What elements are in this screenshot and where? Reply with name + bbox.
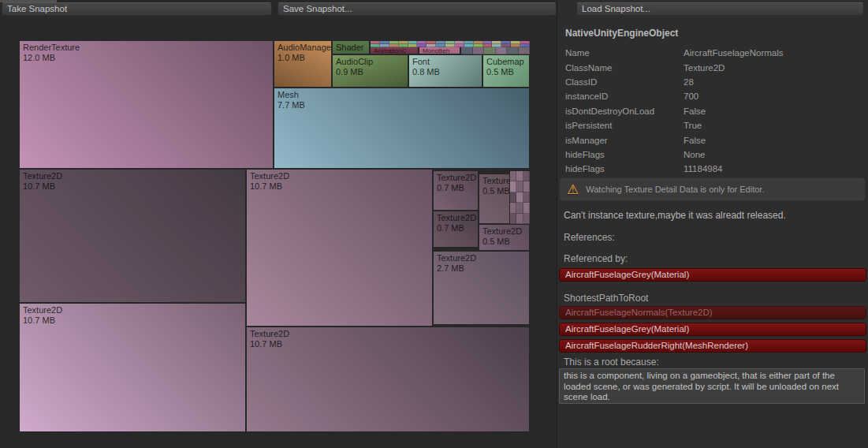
treemap-block-audioclip[interactable]: AudioClip0.9 MB xyxy=(333,55,408,88)
treemap-mosaic-cell[interactable] xyxy=(417,44,427,47)
treemap-mosaic-cell[interactable] xyxy=(510,203,516,213)
property-key: ClassID xyxy=(565,77,684,87)
treemap-mosaic-top-strip[interactable] xyxy=(371,41,530,47)
treemap-block-shader[interactable]: Shader xyxy=(333,41,370,54)
treemap-mosaic-cell[interactable] xyxy=(399,44,408,47)
treemap-block-size: 12.0 MB xyxy=(23,53,273,63)
treemap-block-label: Texture2D xyxy=(482,176,509,186)
treemap-mosaic-cell[interactable] xyxy=(371,44,380,47)
treemap-mosaic-cell[interactable] xyxy=(510,171,516,181)
treemap-mosaic-cell[interactable] xyxy=(427,44,436,47)
referenced-by-label: Referenced by: xyxy=(564,253,628,264)
treemap-mosaic-cell[interactable] xyxy=(507,47,519,54)
treemap-block-font[interactable]: Font0.8 MB xyxy=(409,55,482,88)
treemap-block-animationclip[interactable]: AnimationC xyxy=(371,47,419,54)
treemap-mosaic-cell[interactable] xyxy=(510,181,516,192)
treemap-mosaic-cell[interactable] xyxy=(436,44,445,47)
property-table: NameAircraftFuselageNormalsClassNameText… xyxy=(565,46,862,177)
treemap-mosaic-cell[interactable] xyxy=(484,47,496,54)
treemap-mosaic-cell[interactable] xyxy=(510,192,516,203)
warning-text: Watching Texture Detail Data is only for… xyxy=(586,185,764,194)
inspector-panel: NativeUnityEngineObject NameAircraftFuse… xyxy=(557,0,868,448)
treemap-mosaic-cell[interactable] xyxy=(523,192,530,203)
treemap-mosaic-cell[interactable] xyxy=(523,203,530,213)
reference-bar[interactable]: AircraftFuselageRudderRight(MeshRenderer… xyxy=(559,339,866,353)
treemap-mosaic-cell[interactable] xyxy=(380,44,389,47)
treemap-mosaic-cell[interactable] xyxy=(516,171,523,181)
treemap-block-label: Texture2D xyxy=(23,171,245,181)
treemap-block-texture2d-1[interactable]: Texture2D10.7 MB xyxy=(20,170,246,303)
treemap-mosaic-cell[interactable] xyxy=(523,171,530,181)
treemap-block-label: Cubemap xyxy=(486,57,529,67)
warning-icon: ⚠ xyxy=(567,183,579,196)
treemap-block-size: 0.5 MB xyxy=(486,67,529,77)
property-row: instanceID700 xyxy=(565,89,862,103)
treemap-mosaic-cell[interactable] xyxy=(523,214,530,224)
treemap-mosaic-cell[interactable] xyxy=(523,181,530,192)
treemap-mosaic-cell[interactable] xyxy=(389,44,399,47)
treemap-block-label: Texture2D xyxy=(23,305,245,315)
treemap-block-monobehaviour[interactable]: MonoBeh xyxy=(419,47,460,54)
property-row: hideFlags11184984 xyxy=(565,162,862,176)
treemap-mosaic-cell[interactable] xyxy=(519,47,531,54)
treemap-block-size: 10.7 MB xyxy=(23,315,245,326)
treemap-block-texture2d-27[interactable]: Texture2D2.7 MB xyxy=(434,252,530,325)
treemap-block-size: 7.7 MB xyxy=(278,100,529,110)
property-value: 700 xyxy=(684,91,698,101)
property-value: False xyxy=(684,136,706,145)
treemap-mosaic-cell[interactable] xyxy=(473,47,485,54)
treemap-block-size: 0.7 MB xyxy=(437,223,478,233)
treemap-mosaic-cell[interactable] xyxy=(445,44,455,47)
reference-bar[interactable]: AircraftFuselageGrey(Material) xyxy=(559,323,866,336)
treemap-block-label: MonoBeh xyxy=(423,47,460,54)
treemap-mosaic-cell[interactable] xyxy=(408,44,418,47)
treemap-block-texture2d-4[interactable]: Texture2D10.7 MB xyxy=(247,327,530,432)
treemap-block-label: AudioManager xyxy=(278,43,331,53)
treemap-block-rendertexture[interactable]: RenderTexture12.0 MB xyxy=(20,41,274,169)
treemap-block-label: Texture2D xyxy=(437,173,478,183)
treemap-mosaic-cell[interactable] xyxy=(496,47,508,54)
load-snapshot-button[interactable]: Load Snapshot... xyxy=(576,2,864,16)
treemap-mosaic-cell[interactable] xyxy=(461,47,473,54)
property-key: Name xyxy=(565,48,684,58)
treemap-block-label: Mesh xyxy=(278,90,529,100)
property-value: False xyxy=(684,106,706,116)
save-snapshot-button[interactable]: Save Snapshot... xyxy=(278,2,557,16)
treemap-block-size: 0.5 MB xyxy=(482,186,509,196)
treemap-block-texture2d-07a[interactable]: Texture2D0.7 MB xyxy=(434,171,479,211)
treemap-block-size: 0.9 MB xyxy=(336,67,408,77)
treemap-block-audiomanager[interactable]: AudioManager1.0 MB xyxy=(274,41,332,88)
treemap-block-mesh[interactable]: Mesh7.7 MB xyxy=(274,88,530,169)
treemap-block-label: Shader xyxy=(336,43,369,53)
treemap-block-label: Texture2D xyxy=(250,329,529,339)
treemap-block-label: Texture2D xyxy=(250,171,432,181)
warning-box: ⚠ Watching Texture Detail Data is only f… xyxy=(559,177,866,201)
treemap-mosaic-cell[interactable] xyxy=(516,192,523,203)
treemap-block-texture2d-05a[interactable]: Texture2D0.5 MB xyxy=(479,174,510,224)
treemap-block-label: AnimationC xyxy=(374,47,418,54)
treemap-mosaic-mid-strip[interactable] xyxy=(461,47,530,54)
treemap-block-texture2d-05b[interactable]: Texture2D0.5 MB xyxy=(479,225,530,251)
property-row: ClassNameTexture2D xyxy=(565,60,862,74)
property-value: 11184984 xyxy=(684,164,722,174)
take-snapshot-button[interactable]: Take Snapshot xyxy=(2,2,272,16)
property-key: hideFlags xyxy=(565,164,684,174)
treemap-block-label: Texture2D xyxy=(437,213,478,223)
referenced-by-list: AircraftFuselageGrey(Material) xyxy=(559,268,866,285)
treemap-block-size: 10.7 MB xyxy=(250,339,529,349)
panel-title: NativeUnityEngineObject xyxy=(565,28,678,39)
instance-message: Can't instance texture,maybe it was alre… xyxy=(564,210,786,221)
treemap-block-texture2d-2[interactable]: Texture2D10.7 MB xyxy=(247,170,433,327)
treemap-mosaic-cell[interactable] xyxy=(510,214,516,224)
treemap-mosaic-cell[interactable] xyxy=(516,181,523,192)
treemap-block-cubemap[interactable]: Cubemap0.5 MB xyxy=(483,55,530,88)
treemap-mosaic-cell[interactable] xyxy=(516,214,523,224)
treemap-mosaic-cell[interactable] xyxy=(516,203,523,213)
treemap-mosaic-right-column[interactable] xyxy=(510,171,530,224)
root-reason-box: this is a component, living on a gameobj… xyxy=(559,368,865,404)
treemap-block-texture2d-07b[interactable]: Texture2D0.7 MB xyxy=(434,211,479,248)
treemap-block-texture2d-3[interactable]: Texture2D10.7 MB xyxy=(20,304,246,432)
reference-bar[interactable]: AircraftFuselageNormals(Texture2D) xyxy=(559,306,866,319)
treemap-block-size: 10.7 MB xyxy=(250,181,432,192)
reference-bar[interactable]: AircraftFuselageGrey(Material) xyxy=(559,268,866,282)
